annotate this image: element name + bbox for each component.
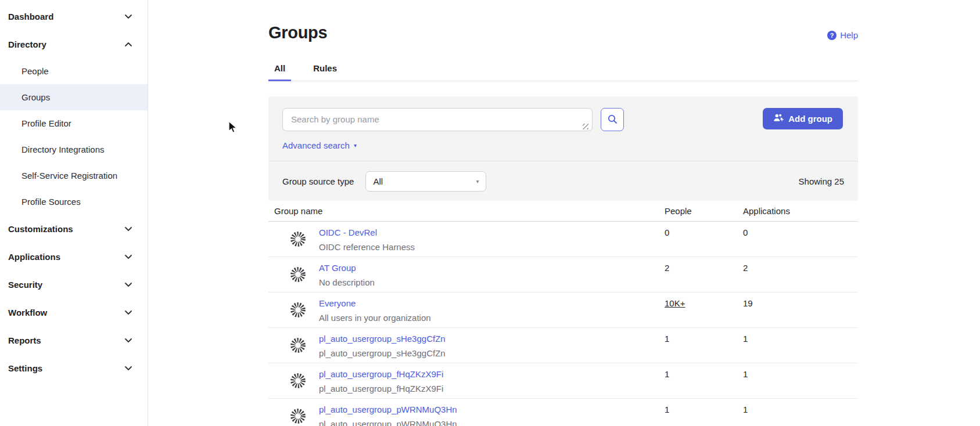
caret-down-icon: ▾ [476,178,479,185]
help-label: Help [840,30,858,40]
column-header-people: People [665,201,743,221]
people-count: 1 [665,328,743,344]
sidebar-item-label: Workflow [8,308,47,317]
chevron-down-icon [124,226,132,232]
source-type-value: All [373,176,383,186]
chevron-down-icon [124,337,132,343]
group-name-link[interactable]: OIDC - DevRel [319,228,377,237]
group-name-link[interactable]: AT Group [319,263,356,273]
sidebar-item-label: Security [8,280,42,290]
help-link[interactable]: ? Help [827,30,858,40]
active-tab-underline [268,80,291,81]
people-count: 1 [665,363,743,379]
tab-label: All [274,63,285,73]
search-button[interactable] [601,108,624,131]
sidebar-item-label: Reports [8,335,41,345]
add-group-label: Add group [788,114,832,124]
people-count: 1 [665,399,743,414]
table-row: pl_auto_usergroup_sHe3ggCfZn pl_auto_use… [268,328,858,363]
group-name-link[interactable]: pl_auto_usergroup_pWRNMuQ3Hn [319,405,457,414]
sidebar-item-people[interactable]: People [0,58,148,84]
sidebar-item-groups[interactable]: Groups [0,84,148,110]
people-count-link[interactable]: 10K+ [665,293,743,308]
tab-all[interactable]: All [268,63,291,81]
sidebar-item-label: Customizations [8,224,73,234]
sidebar-item-applications[interactable]: Applications [0,243,148,270]
applications-count: 1 [743,363,858,379]
advanced-search-link[interactable]: Advanced search ▾ [282,140,357,150]
sidebar-item-dashboard[interactable]: Dashboard [0,2,148,30]
applications-count: 1 [743,328,858,344]
group-name-link[interactable]: pl_auto_usergroup_sHe3ggCfZn [319,334,446,344]
applications-count: 19 [743,293,858,308]
group-icon [290,408,306,424]
search-input[interactable] [282,108,593,131]
table-header: Group name People Applications [268,201,858,222]
group-description: pl_auto_usergroup_fHqZKzX9Fi [319,384,443,393]
caret-down-icon: ▾ [354,142,357,149]
sidebar-item-directory[interactable]: Directory [0,30,148,58]
group-name-link[interactable]: pl_auto_usergroup_fHqZKzX9Fi [319,369,443,379]
panel-divider [268,161,858,161]
group-icon [290,373,306,389]
sidebar-item-label: Settings [8,363,42,373]
page-title: Groups [268,0,858,42]
resize-handle-icon[interactable] [583,124,588,129]
tab-rules[interactable]: Rules [307,63,343,81]
sidebar-item-profile-editor[interactable]: Profile Editor [0,110,148,136]
search-icon [607,114,618,126]
add-group-icon [773,113,784,124]
sidebar-item-label: Self-Service Registration [21,171,117,180]
chevron-down-icon [124,281,132,287]
tab-bar: All Rules [268,63,858,81]
chevron-down-icon [124,365,132,371]
table-row: pl_auto_usergroup_fHqZKzX9Fi pl_auto_use… [268,363,858,399]
people-count: 0 [665,222,743,237]
applications-count: 2 [743,257,858,273]
filter-panel: Add group Advanced search ▾ Group source… [268,96,858,201]
tab-label: Rules [313,63,337,73]
sidebar-item-security[interactable]: Security [0,270,148,298]
sidebar-item-label: Directory Integrations [21,145,105,154]
showing-count: Showing 25 [799,176,844,186]
app-window: Dashboard Directory People Groups Profil… [0,0,980,426]
add-group-button[interactable]: Add group [763,108,843,129]
sidebar-item-label: Groups [21,92,50,102]
sidebar-item-profile-sources[interactable]: Profile Sources [0,189,148,215]
table-row: Everyone All users in your organization … [268,293,858,328]
chevron-down-icon [124,309,132,315]
applications-count: 1 [743,399,858,414]
sidebar-item-workflow[interactable]: Workflow [0,298,148,326]
group-description: OIDC reference Harness [319,242,415,252]
group-name-link[interactable]: Everyone [319,298,356,308]
group-icon [290,266,306,283]
applications-count: 0 [743,222,858,237]
table-row: pl_auto_usergroup_pWRNMuQ3Hn pl_auto_use… [268,399,858,426]
sidebar-item-directory-integrations[interactable]: Directory Integrations [0,136,148,163]
group-description: pl_auto_usergroup_sHe3ggCfZn [319,348,446,358]
advanced-search-label: Advanced search [282,140,350,150]
column-header-group-name: Group name [268,201,665,221]
help-icon: ? [827,31,837,40]
sidebar-item-label: People [21,66,49,76]
source-type-select[interactable]: All ▾ [365,171,486,192]
column-header-applications: Applications [743,201,858,221]
sidebar-item-reports[interactable]: Reports [0,326,148,354]
sidebar-item-label: Profile Editor [21,118,71,128]
table-row: AT Group No description 2 2 [268,257,858,293]
group-icon [290,337,306,353]
sidebar-item-label: Dashboard [8,12,53,21]
group-description: pl_auto_usergroup_pWRNMuQ3Hn [319,419,457,426]
group-icon [290,231,306,247]
group-description: All users in your organization [319,313,431,323]
sidebar-item-label: Profile Sources [21,197,81,207]
sidebar-item-label: Directory [8,39,46,49]
main-content: Groups ? Help All Rules [148,0,980,426]
group-description: No description [319,277,375,287]
sidebar-item-customizations[interactable]: Customizations [0,215,148,243]
people-count: 2 [665,257,743,273]
source-type-label: Group source type [282,176,354,186]
sidebar: Dashboard Directory People Groups Profil… [0,0,148,426]
sidebar-item-settings[interactable]: Settings [0,354,148,382]
sidebar-item-self-service-registration[interactable]: Self-Service Registration [0,163,148,189]
